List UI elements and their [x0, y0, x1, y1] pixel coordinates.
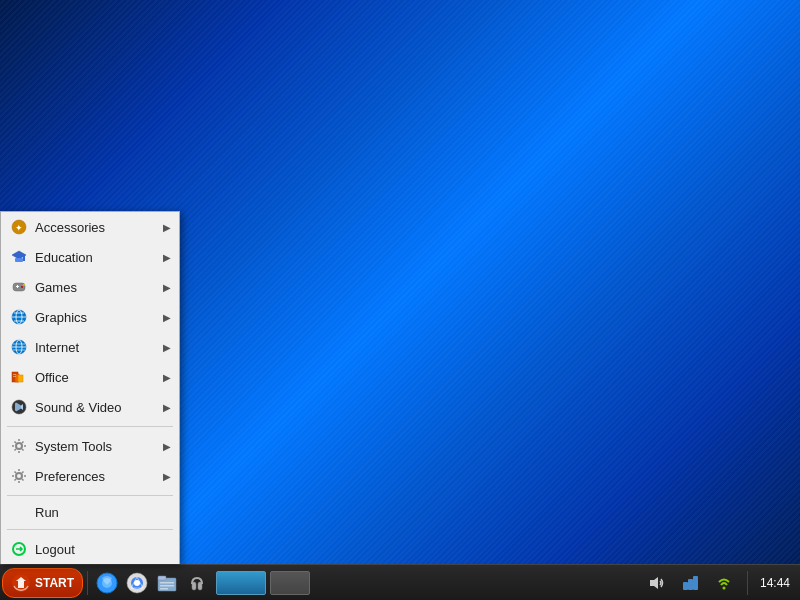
logout-icon: [9, 539, 29, 559]
games-arrow: ▶: [163, 282, 171, 293]
internet-arrow: ▶: [163, 342, 171, 353]
svg-rect-38: [160, 582, 174, 584]
systray-separator: [747, 571, 748, 595]
graphics-label: Graphics: [35, 310, 159, 325]
accessories-icon: ✦: [9, 217, 29, 237]
office-icon: [9, 367, 29, 387]
svg-rect-22: [18, 375, 23, 382]
svg-point-35: [134, 580, 140, 586]
office-arrow: ▶: [163, 372, 171, 383]
taskbar-middle: [212, 571, 635, 595]
volume-icon[interactable]: [643, 570, 669, 596]
sound-video-icon: [9, 397, 29, 417]
start-label: START: [35, 576, 74, 590]
menu-item-run[interactable]: Run: [1, 500, 179, 525]
svg-rect-23: [13, 374, 16, 375]
start-menu: ✦ Accessories ▶ Education ▶ Games: [0, 211, 180, 564]
svg-point-8: [21, 286, 23, 288]
internet-icon: [9, 337, 29, 357]
games-label: Games: [35, 280, 159, 295]
menu-item-accessories[interactable]: ✦ Accessories ▶: [1, 212, 179, 242]
svg-rect-42: [683, 582, 688, 590]
svg-rect-4: [15, 258, 23, 262]
games-icon: [9, 277, 29, 297]
run-label: Run: [35, 505, 59, 520]
sound-video-label: Sound & Video: [35, 400, 159, 415]
taskbar-headphone-icon[interactable]: [184, 570, 210, 596]
svg-rect-39: [160, 585, 174, 587]
education-arrow: ▶: [163, 252, 171, 263]
taskbar-separator-1: [87, 571, 88, 595]
inactive-window-button[interactable]: [270, 571, 310, 595]
svg-point-26: [16, 443, 22, 449]
menu-item-games[interactable]: Games ▶: [1, 272, 179, 302]
svg-point-9: [23, 284, 25, 286]
svg-rect-3: [23, 255, 25, 261]
svg-rect-43: [688, 579, 693, 590]
graphics-icon: [9, 307, 29, 327]
menu-item-logout[interactable]: Logout: [1, 534, 179, 564]
system-tools-label: System Tools: [35, 439, 159, 454]
office-label: Office: [35, 370, 159, 385]
menu-item-office[interactable]: Office ▶: [1, 362, 179, 392]
svg-rect-24: [13, 376, 16, 377]
svg-rect-44: [693, 576, 698, 590]
network-icon[interactable]: [677, 570, 703, 596]
start-icon: [11, 573, 31, 593]
internet-label: Internet: [35, 340, 159, 355]
svg-rect-37: [158, 576, 166, 580]
accessories-label: Accessories: [35, 220, 159, 235]
wifi-icon[interactable]: [711, 570, 737, 596]
taskbar-browser-icon[interactable]: [94, 570, 120, 596]
svg-marker-41: [650, 577, 658, 589]
preferences-label: Preferences: [35, 469, 159, 484]
menu-divider-1: [7, 426, 173, 427]
logout-label: Logout: [35, 542, 171, 557]
menu-item-sound-video[interactable]: Sound & Video ▶: [1, 392, 179, 422]
taskbar-filemanager-icon[interactable]: [154, 570, 180, 596]
svg-text:✦: ✦: [15, 223, 23, 233]
sound-video-arrow: ▶: [163, 402, 171, 413]
menu-item-system-tools[interactable]: System Tools ▶: [1, 431, 179, 461]
system-tools-icon: [9, 436, 29, 456]
preferences-icon: [9, 466, 29, 486]
menu-item-education[interactable]: Education ▶: [1, 242, 179, 272]
preferences-arrow: ▶: [163, 471, 171, 482]
clock: 14:44: [756, 576, 794, 590]
taskbar-chromium-icon[interactable]: [124, 570, 150, 596]
menu-item-preferences[interactable]: Preferences ▶: [1, 461, 179, 491]
system-tools-arrow: ▶: [163, 441, 171, 452]
svg-point-30: [18, 580, 24, 586]
svg-rect-40: [160, 588, 168, 590]
accessories-arrow: ▶: [163, 222, 171, 233]
graphics-arrow: ▶: [163, 312, 171, 323]
education-label: Education: [35, 250, 159, 265]
menu-divider-3: [7, 529, 173, 530]
start-button[interactable]: START: [2, 568, 83, 598]
menu-item-internet[interactable]: Internet ▶: [1, 332, 179, 362]
svg-point-27: [16, 473, 22, 479]
svg-point-45: [722, 586, 725, 589]
taskbar-systray: 14:44: [635, 570, 800, 596]
active-window-button[interactable]: [216, 571, 266, 595]
taskbar: START: [0, 564, 800, 600]
menu-item-graphics[interactable]: Graphics ▶: [1, 302, 179, 332]
education-icon: [9, 247, 29, 267]
menu-divider-2: [7, 495, 173, 496]
svg-rect-7: [17, 285, 18, 288]
